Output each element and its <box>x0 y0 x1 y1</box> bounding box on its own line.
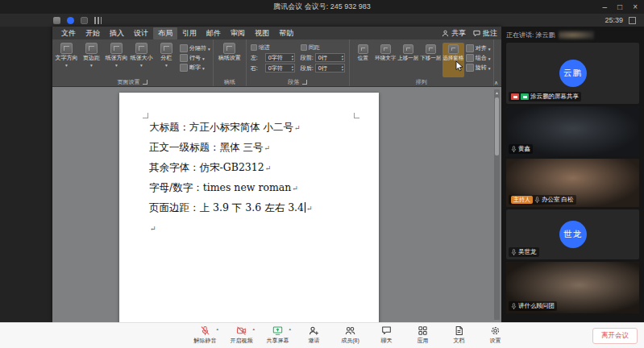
columns-button[interactable]: 分栏 <box>155 41 178 77</box>
wrap-text-button[interactable]: 环绕文字 <box>375 43 397 77</box>
members-button[interactable]: 成员(8) <box>335 325 365 345</box>
group-label: 页面设置 <box>117 78 139 86</box>
toolbar-item-label: 共享屏幕 <box>267 337 289 345</box>
invite-button[interactable]: 邀请 <box>299 325 329 345</box>
participant-tile[interactable]: 云鹏 涂云鹏的屏幕共享 <box>506 43 639 104</box>
meeting-app-icon[interactable] <box>67 17 74 24</box>
position-button[interactable]: 位置 <box>352 43 374 77</box>
toolbar-item-label: 开启视频 <box>231 337 253 345</box>
docs-button[interactable]: 文档 <box>444 325 474 345</box>
group-label: 排列 <box>416 78 427 86</box>
spacing-header: 间距 <box>309 44 320 52</box>
selection-pane-icon <box>448 44 459 54</box>
paragraph-mark: ↵ <box>150 225 156 233</box>
bring-forward-icon <box>403 44 413 54</box>
margins-button[interactable]: 页边距 <box>80 41 103 77</box>
orientation-button[interactable]: 纸张方向 <box>105 41 128 77</box>
titlebar: 腾讯会议 会议号: 245 932 983 – □ × <box>0 0 644 14</box>
menu-tab-mailings[interactable]: 邮件 <box>202 27 226 39</box>
collapse-ribbon-button[interactable] <box>494 80 498 86</box>
menu-tab-insert[interactable]: 插入 <box>105 27 129 39</box>
hyphenation-button[interactable]: 断字 <box>180 64 210 72</box>
grid-icon[interactable] <box>53 17 60 24</box>
apps-button[interactable]: 应用 <box>408 325 438 345</box>
menu-tab-review[interactable]: 审阅 <box>226 27 250 39</box>
columns-icon <box>160 43 172 54</box>
minimize-button[interactable]: – <box>603 2 608 11</box>
participant-name: 黄鑫 <box>518 145 530 153</box>
spacing-after-input[interactable]: 0行 <box>315 64 345 72</box>
fullscreen-icon[interactable] <box>629 17 636 24</box>
scrollbar[interactable] <box>494 89 500 320</box>
chevron-down-icon <box>488 65 491 71</box>
participant-nameplate: 主持人 办公室 白松 <box>509 195 576 205</box>
dialog-launcher-icon[interactable] <box>143 80 147 85</box>
unmute-button[interactable]: 解除静音 <box>190 325 220 345</box>
participant-tile[interactable]: 讲什么顾问团 <box>506 262 639 313</box>
menu-tab-design[interactable]: 设计 <box>129 27 153 39</box>
chevron-up-icon <box>252 326 255 331</box>
line-numbers-button[interactable]: 行号 <box>180 54 210 62</box>
participants-panel: 正在讲话: 涂云鹏 云鹏 涂云鹏的屏幕共享 黄鑫 主持人 办公室 白松 世龙 吴… <box>501 27 644 322</box>
scrollbar-up-icon[interactable] <box>494 90 500 95</box>
breaks-button[interactable]: 分隔符 <box>180 44 210 52</box>
button-label: 稿纸设置 <box>218 55 241 61</box>
participant-tile[interactable]: 世龙 吴世龙 <box>506 209 639 259</box>
chat-button[interactable]: 聊天 <box>372 325 401 345</box>
group-label: 段落 <box>288 78 299 86</box>
button-label: 文字方向 <box>56 55 78 61</box>
indent-left-input[interactable]: 0字符 <box>265 53 295 62</box>
group-objects-button[interactable]: 组合 <box>466 54 491 62</box>
stepper-icon[interactable] <box>342 65 343 71</box>
indent-column: 缩进 左: 0字符 右: <box>251 44 295 77</box>
indent-right-input[interactable]: 0字符 <box>265 64 295 72</box>
settings-gear-icon <box>490 325 501 336</box>
start-video-button[interactable]: 开启视频 <box>226 325 256 345</box>
text-direction-button[interactable]: 文字方向 <box>55 41 78 77</box>
close-button[interactable]: × <box>633 2 638 11</box>
document-page[interactable]: 大标题：方正小标宋简体 小二号↵ 正文一级标题：黑体 三号↵ 其余字体：仿宋-G… <box>119 93 379 322</box>
menu-tab-view[interactable]: 视图 <box>250 27 274 39</box>
maximize-button[interactable]: □ <box>617 2 622 11</box>
comments-button[interactable]: 批注 <box>473 28 497 39</box>
dialog-launcher-icon[interactable] <box>302 80 307 85</box>
bring-forward-button[interactable]: 上移一层 <box>397 43 419 77</box>
comment-icon <box>473 30 480 37</box>
field-value: 0行 <box>318 54 327 62</box>
grid-paper-settings-button[interactable]: 稿纸设置 <box>216 41 243 77</box>
menu-tab-references[interactable]: 引用 <box>177 27 202 39</box>
rotate-button[interactable]: 旋转 <box>466 64 491 72</box>
window-icon[interactable] <box>81 17 88 24</box>
stepper-icon[interactable] <box>342 55 343 60</box>
line-text: 页面边距：上 3.9 下 3.6 左右 3.4 <box>149 201 304 213</box>
participant-tile[interactable]: 主持人 办公室 白松 <box>506 159 639 207</box>
menu-tab-file[interactable]: 文件 <box>56 27 81 39</box>
scrollbar-thumb[interactable] <box>495 97 499 155</box>
menu-tab-help[interactable]: 帮助 <box>274 27 298 39</box>
margins-icon <box>85 43 98 54</box>
menu-tab-home[interactable]: 开始 <box>81 27 105 39</box>
chevron-down-icon <box>90 62 93 68</box>
comment-label: 批注 <box>483 28 497 39</box>
word-menu-right: 共享 批注 <box>442 28 497 39</box>
spacing-before-input[interactable]: 0行 <box>315 53 345 62</box>
share-screen-button[interactable]: 共享屏幕 <box>263 325 293 345</box>
share-button[interactable]: 共享 <box>442 28 466 39</box>
align-button[interactable]: 对齐 <box>466 44 491 52</box>
participant-tile[interactable]: 黄鑫 <box>506 106 639 156</box>
send-backward-button[interactable]: 下移一层 <box>420 43 442 77</box>
group-label-row: 排列 <box>352 77 491 86</box>
person-icon <box>442 30 449 37</box>
paper-size-button[interactable]: 纸张大小 <box>130 41 153 77</box>
field-value: 0字符 <box>268 64 283 72</box>
settings-button[interactable]: 设置 <box>480 325 510 345</box>
stepper-icon[interactable] <box>292 65 293 71</box>
leave-meeting-button[interactable]: 离开会议 <box>592 328 638 344</box>
participant-name: 讲什么顾问团 <box>518 302 555 310</box>
field-label: 左: <box>251 54 264 62</box>
line-text: 大标题：方正小标宋简体 小二号 <box>149 121 293 133</box>
menu-tab-layout[interactable]: 布局 <box>153 27 177 39</box>
group-label: 稿纸 <box>224 78 235 86</box>
indent-icon <box>251 44 257 51</box>
stepper-icon[interactable] <box>292 55 293 60</box>
